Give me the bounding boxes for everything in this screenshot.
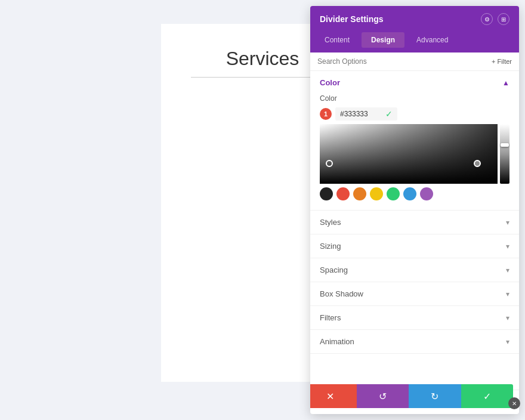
filter-button[interactable]: + Filter (492, 58, 512, 65)
animation-section-title: Animation (320, 337, 354, 346)
swatch-black[interactable] (320, 187, 333, 200)
tab-advanced[interactable]: Advanced (407, 32, 458, 48)
spacing-section-title: Spacing (320, 265, 348, 274)
filters-section-title: Filters (320, 313, 341, 322)
color-section-header[interactable]: Color ▲ (310, 71, 519, 94)
settings-panel: Divider Settings ⚙ ⊞ Content Design Adva… (310, 6, 519, 414)
filters-chevron-icon: ▾ (506, 314, 509, 322)
panel-body: Color ▲ Color 1 ✓ (310, 71, 519, 390)
swatch-blue[interactable] (403, 187, 416, 200)
filters-section[interactable]: Filters ▾ (310, 306, 519, 330)
color-chevron-icon: ▲ (502, 79, 509, 87)
box-shadow-chevron-icon: ▾ (506, 290, 509, 298)
color-section-title: Color (320, 78, 340, 87)
styles-section-title: Styles (320, 218, 341, 227)
search-bar: + Filter (310, 52, 519, 71)
page-title: Services (226, 48, 299, 70)
styles-section[interactable]: Styles ▾ (310, 211, 519, 234)
sizing-section[interactable]: Sizing ▾ (310, 234, 519, 258)
gradient-handle-white[interactable] (326, 160, 333, 167)
cancel-button[interactable]: ✕ (310, 384, 357, 408)
expand-icon[interactable]: ⊞ (498, 13, 509, 25)
swatches-row (320, 187, 509, 200)
animation-chevron-icon: ▾ (506, 338, 509, 346)
color-content: Color 1 ✓ (310, 94, 519, 210)
floating-handle[interactable]: ✕ (508, 397, 520, 409)
gradient-handle-light[interactable] (474, 160, 481, 167)
search-input[interactable] (317, 57, 492, 66)
color-gradient-canvas[interactable] (320, 124, 498, 184)
swatch-green[interactable] (387, 187, 400, 200)
tab-design[interactable]: Design (362, 32, 404, 48)
panel-header: Divider Settings ⚙ ⊞ (310, 6, 519, 32)
styles-chevron-icon: ▾ (506, 218, 509, 227)
hue-slider-handle[interactable] (501, 143, 509, 147)
swatch-orange[interactable] (353, 187, 366, 200)
panel-title: Divider Settings (320, 14, 384, 24)
hex-input-wrapper: ✓ (335, 107, 397, 121)
swatch-red[interactable] (336, 187, 350, 200)
action-bar: ✕ ↺ ↻ ✓ (310, 384, 513, 408)
box-shadow-section[interactable]: Box Shadow ▾ (310, 282, 519, 306)
tab-content[interactable]: Content (315, 32, 359, 48)
sizing-chevron-icon: ▾ (506, 242, 509, 251)
redo-button[interactable]: ↻ (409, 384, 461, 408)
panel-tabs: Content Design Advanced (310, 32, 519, 52)
settings-icon[interactable]: ⚙ (481, 13, 493, 25)
hex-input[interactable] (340, 110, 382, 118)
spacing-chevron-icon: ▾ (506, 266, 509, 274)
color-hex-row: 1 ✓ (320, 107, 509, 121)
color-badge: 1 (320, 108, 332, 120)
color-gradient-area[interactable] (320, 124, 509, 184)
sizing-section-title: Sizing (320, 242, 341, 251)
box-shadow-section-title: Box Shadow (320, 289, 363, 298)
swatch-purple[interactable] (420, 187, 433, 200)
panel-header-icons: ⚙ ⊞ (481, 13, 509, 25)
color-section: Color ▲ Color 1 ✓ (310, 71, 519, 211)
animation-section[interactable]: Animation ▾ (310, 330, 519, 354)
swatch-yellow[interactable] (370, 187, 383, 200)
confirm-button[interactable]: ✓ (461, 384, 514, 408)
hue-slider[interactable] (500, 124, 509, 184)
hex-check-icon[interactable]: ✓ (385, 109, 393, 119)
undo-button[interactable]: ↺ (357, 384, 409, 408)
spacing-section[interactable]: Spacing ▾ (310, 258, 519, 282)
color-field-label: Color (320, 94, 509, 103)
